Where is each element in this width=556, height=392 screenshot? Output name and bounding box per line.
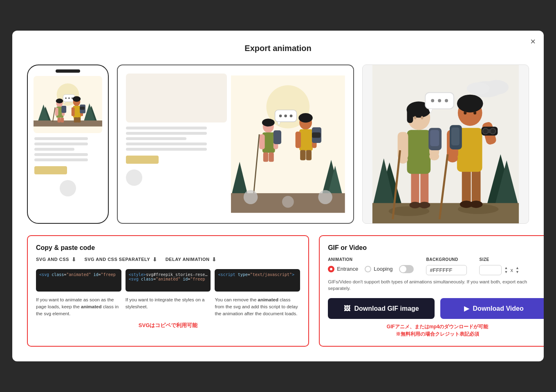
background-label: BACKGROUND [426, 257, 467, 262]
svg-rect-51 [299, 129, 313, 151]
tab-svg-css-separately[interactable]: SVG AND CSS SEPARATELY ⬇ [84, 256, 160, 265]
tablet-preview [117, 65, 354, 224]
svg-rect-43 [274, 130, 281, 144]
radio-entrance[interactable]: Entrance [328, 266, 358, 272]
tab-svg-css-sep-label: SVG AND CSS SEPARATELY [84, 257, 150, 262]
size-width-down[interactable]: ▼ [504, 270, 508, 274]
radio-looping-label: Looping [374, 266, 392, 272]
svg-rect-52 [296, 131, 301, 148]
svg-point-98 [470, 200, 483, 208]
size-width-arrows: ▲ ▼ [504, 266, 508, 274]
tablet-line [126, 137, 186, 140]
svg-point-104 [483, 128, 489, 134]
animation-radio-group: Entrance Looping [328, 265, 414, 273]
tablet-circle-placeholder [126, 169, 142, 186]
svg-point-48 [290, 114, 293, 117]
phone-content-lines [34, 137, 102, 174]
code-desc-1: If you want to animate as soon as the pa… [36, 296, 121, 318]
svg-point-101 [447, 154, 458, 163]
tab-delay-animation[interactable]: DELAY ANIMATION ⬇ [166, 256, 220, 265]
background-option-group: BACKGROUND [426, 257, 467, 275]
svg-point-76 [419, 202, 430, 208]
tablet-btn-placeholder [126, 156, 159, 164]
tablet-line [126, 143, 207, 145]
svg-rect-55 [306, 150, 312, 160]
svg-rect-26 [77, 117, 81, 122]
tab-svg-css[interactable]: SVG AND CSS ⬇ [36, 256, 79, 265]
gif-note: GIFアニメ、またはmp4のダウンロードが可能 ※無料利用の場合クレジット表記必… [328, 323, 544, 338]
video-button-icon: ▶ [464, 305, 469, 312]
gif-note-line2: ※無料利用の場合クレジット表記必須 [328, 330, 544, 338]
radio-looping-circle [365, 266, 371, 272]
tablet-line [126, 132, 207, 135]
background-color-input[interactable] [426, 265, 467, 275]
radio-looping[interactable]: Looping [365, 266, 392, 272]
phone-line [34, 158, 88, 161]
looping-toggle[interactable] [399, 265, 414, 273]
large-illustration [362, 65, 529, 224]
radio-entrance-circle [328, 266, 334, 272]
phone-button-placeholder [34, 166, 67, 174]
download-icon-2: ⬇ [152, 256, 157, 263]
code-block-3[interactable]: <script type="text/javascript"> [215, 269, 300, 292]
svg-point-46 [279, 114, 282, 117]
tab-delay-anim-label: DELAY ANIMATION [166, 257, 210, 262]
size-height-down[interactable]: ▼ [516, 270, 519, 274]
svg-point-89 [421, 116, 423, 119]
svg-point-111 [464, 111, 466, 114]
size-width-input[interactable] [479, 265, 502, 275]
svg-rect-12 [61, 118, 64, 122]
svg-rect-106 [487, 129, 491, 133]
bottom-panels: Copy & paste code SVG AND CSS ⬇ SVG AND … [27, 235, 529, 347]
svg-rect-38 [259, 134, 265, 149]
svg-point-112 [473, 111, 476, 114]
svg-point-92 [438, 99, 441, 102]
size-height-arrows: ▲ ▼ [516, 266, 519, 274]
svg-point-88 [414, 116, 416, 119]
phone-inner [28, 73, 108, 202]
svg-rect-74 [420, 171, 428, 205]
svg-point-17 [65, 97, 67, 99]
size-width-up[interactable]: ▲ [504, 266, 508, 270]
phone-line [34, 153, 88, 156]
svg-rect-54 [300, 150, 305, 160]
size-height-up[interactable]: ▲ [516, 266, 519, 270]
svg-point-15 [56, 98, 63, 103]
close-button[interactable]: × [530, 37, 536, 46]
phone-line [34, 137, 88, 140]
size-label: SIZE [479, 257, 519, 262]
svg-point-93 [445, 99, 448, 102]
svg-point-105 [490, 128, 495, 134]
download-icon-3: ⬇ [212, 256, 217, 263]
size-x-separator: x [510, 267, 513, 273]
phone-circle-placeholder [60, 180, 76, 196]
svg-rect-23 [72, 107, 75, 116]
animation-option-group: ANIMATION Entrance Looping [328, 257, 414, 273]
download-video-button[interactable]: ▶ Download Video [440, 298, 544, 319]
svg-rect-95 [462, 169, 471, 205]
code-panel-title: Copy & paste code [36, 244, 300, 252]
svg-point-81 [429, 152, 439, 160]
svg-point-47 [284, 114, 287, 117]
download-video-label: Download Video [473, 305, 524, 312]
svg-rect-14 [61, 106, 66, 113]
gif-notice: GIFs/Video don't support both types of a… [328, 278, 544, 292]
preview-area [27, 65, 529, 224]
code-block-1[interactable]: <svg class="animated" id="freep [36, 269, 121, 292]
svg-rect-87 [407, 109, 413, 123]
svg-note: SVGはコピペで利用可能 [36, 322, 300, 329]
download-gif-button[interactable]: 🖼 Download GIF image [328, 298, 435, 319]
svg-rect-108 [451, 127, 460, 145]
svg-point-61 [318, 190, 333, 204]
radio-entrance-label: Entrance [337, 266, 358, 272]
gif-panel-title: GIF or Video [328, 244, 544, 252]
code-block-2[interactable]: <style>svg#freepik_stories-rese... <svg … [126, 269, 211, 292]
phone-illustration [34, 76, 102, 133]
svg-rect-9 [55, 108, 58, 116]
tablet-left-col [126, 74, 231, 215]
gif-panel: GIF or Video ANIMATION Entrance [319, 235, 544, 347]
code-desc-3: You can remove the animated class from t… [215, 296, 300, 318]
code-tabs: SVG AND CSS ⬇ SVG AND CSS SEPARATELY ⬇ D… [36, 256, 300, 265]
svg-point-60 [282, 196, 294, 208]
code-panel: Copy & paste code SVG AND CSS ⬇ SVG AND … [27, 235, 309, 347]
